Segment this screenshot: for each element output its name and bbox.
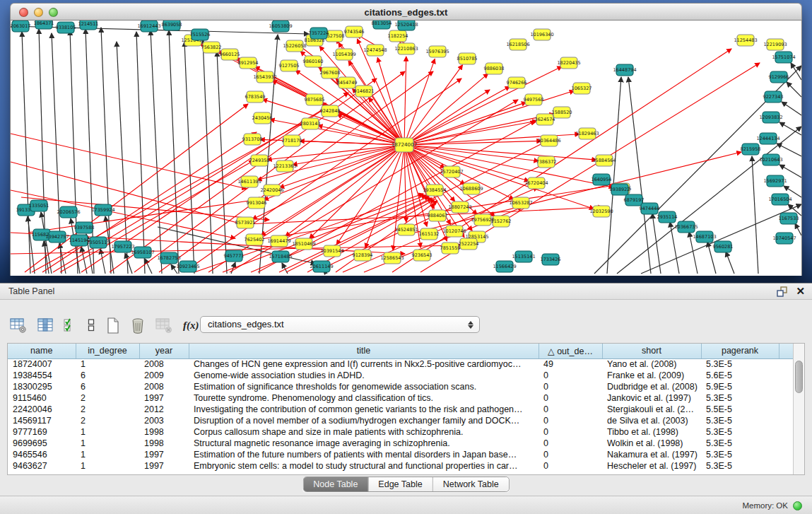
graph-node[interactable]: 16914479 <box>267 235 290 247</box>
graph-node[interactable]: 17016504 <box>768 194 792 205</box>
graph-node[interactable]: 1615132 <box>419 228 440 240</box>
graph-node[interactable]: 2935114 <box>657 211 678 223</box>
table-row[interactable]: 1938455462009Genome-wide association stu… <box>8 370 793 381</box>
graph-node[interactable]: 14611395 <box>237 176 261 187</box>
float-panel-button[interactable] <box>777 286 787 297</box>
graph-node[interactable]: 9474444 <box>640 203 660 214</box>
graph-node[interactable]: 16958107 <box>131 247 154 258</box>
graph-node[interactable]: 12032590 <box>589 206 613 217</box>
graph-node[interactable]: 9497568 <box>524 94 544 105</box>
table-row[interactable]: 946554611997Estimation of the future num… <box>8 449 793 460</box>
table-row[interactable]: 969969511998Structural magnetic resonanc… <box>8 438 793 449</box>
graph-node[interactable]: 1733426 <box>541 254 561 265</box>
graph-node[interactable]: 11566429 <box>493 261 516 272</box>
column-header-pagerank[interactable]: pagerank <box>701 344 779 358</box>
graph-node[interactable]: 2522254 <box>459 238 479 250</box>
network-canvas-container[interactable]: 9860160110543991247454812210863159763958… <box>10 21 802 276</box>
graph-node[interactable]: 9128394 <box>353 250 373 261</box>
graph-node[interactable]: 9457771 <box>224 250 245 262</box>
graph-node[interactable]: 9313708 <box>242 134 263 145</box>
graph-node[interactable]: 11054399 <box>332 49 355 60</box>
graph-node[interactable]: 2803143 <box>300 118 321 129</box>
graph-node[interactable]: 1167533 <box>779 213 799 224</box>
graph-node[interactable]: 7515526 <box>190 29 211 40</box>
table-row[interactable]: 1456911722003Disruption of a novel membe… <box>8 415 793 426</box>
graph-node[interactable]: 15135141 <box>512 251 535 262</box>
table-scrollbar[interactable] <box>793 344 804 474</box>
graph-node[interactable]: 8912954 <box>238 57 259 69</box>
tab-network-table[interactable]: Network Table <box>433 477 509 491</box>
graph-node[interactable]: 6783549 <box>245 91 266 103</box>
graph-node[interactable]: 10391544 <box>320 245 343 257</box>
graph-node[interactable]: 18724007 <box>392 138 418 152</box>
graph-node[interactable]: 8573921 <box>235 217 256 228</box>
column-header-year[interactable]: year <box>139 344 189 358</box>
graph-node[interactable]: 14524851 <box>394 224 418 235</box>
graph-node[interactable]: 18220435 <box>557 57 580 69</box>
graph-node[interactable]: 12444134 <box>756 133 779 144</box>
table-row[interactable]: 946362711997Embryonic stem cells: a mode… <box>8 460 793 472</box>
column-header-in_degree[interactable]: in_degree <box>76 344 139 358</box>
graph-node[interactable]: 7851559 <box>440 243 461 254</box>
graph-node[interactable]: 12474548 <box>363 45 387 56</box>
graph-node[interactable]: 12520418 <box>394 21 418 30</box>
graph-node[interactable]: 9875685 <box>305 94 325 105</box>
graph-node[interactable]: 10210643 <box>759 154 782 165</box>
graph-node[interactable]: 15976395 <box>425 46 449 57</box>
graph-node[interactable]: 20206576 <box>57 206 80 218</box>
graph-node[interactable]: 16543932 <box>253 71 276 83</box>
graph-node[interactable]: 12219093 <box>763 39 787 50</box>
graph-node[interactable]: 2718170 <box>282 135 302 146</box>
graph-node[interactable]: 7386372 <box>536 156 557 168</box>
graph-node[interactable]: 10923465 <box>176 261 199 272</box>
graph-node[interactable]: 1640954 <box>592 174 612 185</box>
graph-node[interactable]: 12210863 <box>394 43 418 54</box>
graph-node[interactable]: 9860160 <box>303 56 324 67</box>
graph-node[interactable]: 8215958 <box>741 144 761 155</box>
graph-node[interactable]: 15720407 <box>440 166 463 177</box>
show-columns-button[interactable] <box>37 318 53 332</box>
graph-node[interactable]: 16053809 <box>269 21 292 32</box>
graph-node[interactable]: 1864371 <box>34 21 54 29</box>
table-row[interactable]: 977716911998Corpus callosum shape and si… <box>8 426 793 438</box>
graph-node[interactable]: 16720404 <box>524 177 548 189</box>
graph-nodes[interactable]: 9860160110543991247454812210863159763958… <box>11 21 799 272</box>
graph-node[interactable]: 12093832 <box>759 112 782 123</box>
function-builder-button[interactable]: f(x) <box>183 320 199 332</box>
delete-table-button[interactable] <box>155 318 172 333</box>
network-graph[interactable]: 9860160110543991247454812210863159763958… <box>11 21 801 276</box>
graph-node[interactable]: 9660125 <box>220 49 240 60</box>
table-row[interactable]: 1872400712008Changes of HCN gene express… <box>8 358 793 370</box>
graph-node[interactable]: 9127505 <box>279 60 300 71</box>
graph-node[interactable]: 12213363 <box>273 160 296 172</box>
graph-node[interactable]: 1065327 <box>572 83 592 94</box>
graph-node[interactable]: 18510469 <box>292 238 315 250</box>
graph-node[interactable]: 2063017 <box>11 21 30 32</box>
graph-node[interactable]: 20364486 <box>537 135 560 146</box>
graph-node[interactable]: 16218506 <box>506 39 529 50</box>
graph-node[interactable]: 2967608 <box>320 67 341 78</box>
graph-node[interactable]: 9338105 <box>56 22 76 33</box>
graph-node[interactable]: 9884067 <box>428 210 448 221</box>
graph-node[interactable]: 13942757 <box>45 231 69 243</box>
graph-node[interactable]: 14687103 <box>693 231 716 243</box>
graph-node[interactable]: 12586543 <box>380 252 404 264</box>
table-row[interactable]: 1830029562008Estimation of significance … <box>8 381 793 392</box>
graph-node[interactable]: 9236543 <box>412 250 433 261</box>
graph-node[interactable]: 13505115 <box>86 237 110 248</box>
graph-node[interactable]: 19756928 <box>471 214 494 226</box>
graph-node[interactable]: 10366735 <box>674 221 698 233</box>
graph-node[interactable]: 17359924 <box>91 204 114 216</box>
row-height-button[interactable] <box>87 318 95 332</box>
graph-node[interactable]: 9886038 <box>484 63 505 74</box>
graph-node[interactable]: 9242848 <box>320 105 341 117</box>
graph-node[interactable]: 22420046 <box>260 185 283 196</box>
table-row[interactable]: 2242004622012Investigating the contribut… <box>8 404 793 415</box>
create-column-button[interactable] <box>106 317 120 334</box>
select-columns-button[interactable] <box>64 318 76 332</box>
graph-node[interactable]: 9743546 <box>344 26 365 37</box>
graph-node[interactable]: 9227343 <box>763 91 784 103</box>
graph-node[interactable]: 11254483 <box>734 35 757 46</box>
graph-node[interactable]: 9129966 <box>769 71 789 83</box>
table-row[interactable]: 911546021997Tourette syndrome. Phenomeno… <box>8 392 793 404</box>
